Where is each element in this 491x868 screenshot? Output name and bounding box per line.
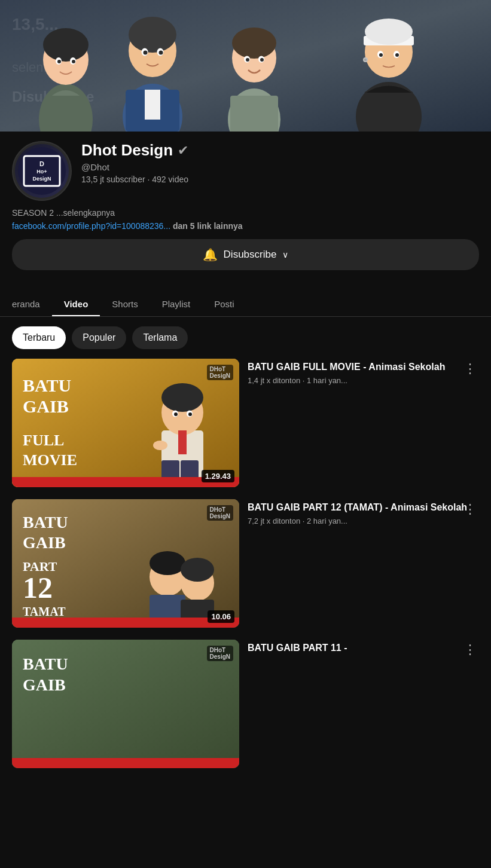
avatar-inner: D Ho+ DesigN bbox=[15, 144, 69, 198]
svg-point-7 bbox=[43, 28, 89, 62]
table-row[interactable]: BATU GAIB FULL MOVIE bbox=[12, 359, 479, 487]
svg-text:MOVIE: MOVIE bbox=[23, 451, 77, 469]
tab-shorts[interactable]: Shorts bbox=[100, 292, 150, 316]
channel-name-row: Dhot Design ✔ bbox=[81, 141, 479, 160]
table-row[interactable]: BATU GAIB DHoTDesigN BATU GAIB PART 11 -… bbox=[12, 640, 479, 768]
table-row[interactable]: BATU GAIB PART 12 TAMAT DHoTDesig bbox=[12, 499, 479, 628]
svg-rect-55 bbox=[178, 430, 187, 454]
svg-point-20 bbox=[159, 51, 163, 55]
banner-art: 13,5... selen... Disubscribe bbox=[0, 0, 491, 132]
video-stats-2: 7,2 jt x ditonton · 2 hari yan... bbox=[248, 516, 479, 525]
svg-point-11 bbox=[72, 60, 75, 63]
tab-posting[interactable]: Posti bbox=[202, 292, 246, 316]
svg-point-35 bbox=[379, 53, 383, 57]
svg-point-70 bbox=[150, 551, 185, 575]
chip-populer[interactable]: Populer bbox=[72, 326, 126, 349]
video-list: BATU GAIB FULL MOVIE bbox=[0, 359, 491, 768]
channel-header: D Ho+ DesigN Dhot Design ✔ @Dhot 13,5 jt… bbox=[12, 141, 479, 201]
tab-beranda[interactable]: eranda bbox=[0, 292, 52, 316]
channel-info-section: D Ho+ DesigN Dhot Design ✔ @Dhot 13,5 jt… bbox=[0, 132, 491, 292]
video-meta-2: BATU GAIB PART 12 (TAMAT) - Animasi Seko… bbox=[248, 499, 479, 628]
disubscribe-label: Disubscribe bbox=[224, 249, 277, 261]
video-more-button-1[interactable]: ⋮ bbox=[461, 359, 479, 379]
tab-playlist[interactable]: Playlist bbox=[150, 292, 203, 316]
chip-terlama[interactable]: Terlama bbox=[132, 326, 188, 349]
svg-point-14 bbox=[129, 17, 176, 53]
channel-watermark-3: DHoTDesigN bbox=[207, 646, 233, 661]
disubscribe-button[interactable]: 🔔 Disubscribe ∨ bbox=[12, 239, 479, 270]
channel-watermark-2: DHoTDesigN bbox=[207, 505, 233, 521]
video-thumbnail-1: BATU GAIB FULL MOVIE bbox=[12, 359, 239, 487]
channel-tabs: eranda Video Shorts Playlist Posti bbox=[0, 292, 491, 317]
svg-point-59 bbox=[188, 412, 192, 416]
filter-chips-bar: Terbaru Populer Terlama bbox=[0, 317, 491, 359]
thumbnail-art-2: BATU GAIB PART 12 TAMAT bbox=[12, 499, 239, 628]
svg-rect-24 bbox=[230, 96, 278, 132]
svg-text:FULL: FULL bbox=[23, 432, 64, 449]
svg-text:BATU: BATU bbox=[23, 655, 68, 673]
svg-point-19 bbox=[144, 51, 148, 55]
svg-text:13,5...: 13,5... bbox=[12, 15, 59, 33]
svg-rect-16 bbox=[145, 90, 160, 120]
channel-handle: @Dhot bbox=[81, 162, 479, 172]
svg-point-28 bbox=[260, 58, 264, 62]
channel-name: Dhot Design bbox=[81, 141, 173, 160]
channel-banner: 13,5... selen... Disubscribe bbox=[0, 0, 491, 132]
svg-text:GAIB: GAIB bbox=[23, 676, 66, 694]
chip-terbaru[interactable]: Terbaru bbox=[12, 326, 66, 349]
svg-text:BATU: BATU bbox=[23, 513, 68, 531]
video-title-3: BATU GAIB PART 11 - bbox=[248, 642, 479, 655]
video-thumbnail-3: BATU GAIB DHoTDesigN bbox=[12, 640, 239, 768]
svg-text:D: D bbox=[39, 160, 44, 167]
svg-text:DesigN: DesigN bbox=[32, 176, 51, 182]
svg-point-60 bbox=[153, 441, 167, 450]
svg-text:12: 12 bbox=[23, 571, 53, 604]
svg-rect-80 bbox=[12, 758, 239, 768]
svg-point-23 bbox=[232, 27, 276, 59]
tab-video[interactable]: Video bbox=[52, 292, 100, 316]
channel-watermark-1: DHoTDesigN bbox=[207, 365, 233, 380]
avatar-logo-svg: D Ho+ DesigN bbox=[18, 147, 66, 195]
chevron-down-icon: ∨ bbox=[282, 250, 288, 259]
svg-point-54 bbox=[161, 383, 203, 412]
video-thumbnail-2: BATU GAIB PART 12 TAMAT DHoTDesig bbox=[12, 499, 239, 628]
svg-text:BATU: BATU bbox=[23, 375, 71, 395]
channel-links: facebook.com/profile.php?id=100088236...… bbox=[12, 221, 479, 231]
svg-point-27 bbox=[246, 58, 249, 62]
thumbnail-art-1: BATU GAIB FULL MOVIE bbox=[12, 359, 239, 487]
svg-point-10 bbox=[57, 60, 61, 63]
channel-stats: 13,5 jt subscriber · 492 video bbox=[81, 175, 479, 184]
avatar[interactable]: D Ho+ DesigN bbox=[12, 141, 72, 201]
svg-text:GAIB: GAIB bbox=[23, 533, 66, 552]
video-meta-1: BATU GAIB FULL MOVIE - Animasi Sekolah 1… bbox=[248, 359, 479, 487]
svg-text:GAIB: GAIB bbox=[23, 396, 69, 416]
svg-point-73 bbox=[181, 558, 214, 582]
verified-badge-icon: ✔ bbox=[178, 143, 188, 158]
svg-point-38 bbox=[364, 59, 367, 61]
video-title-1: BATU GAIB FULL MOVIE - Animasi Sekolah bbox=[248, 361, 479, 374]
duration-badge-1: 1.29.43 bbox=[202, 470, 234, 482]
banner-overlay: 13,5... selen... Disubscribe bbox=[0, 0, 491, 132]
video-meta-3: BATU GAIB PART 11 - ⋮ bbox=[248, 640, 479, 768]
channel-description[interactable]: SEASON 2 ...selengkapnya bbox=[12, 208, 479, 218]
svg-rect-75 bbox=[12, 618, 239, 628]
facebook-link[interactable]: facebook.com/profile.php?id=100088236... bbox=[12, 221, 170, 231]
video-stats-1: 1,4 jt x ditonton · 1 hari yan... bbox=[248, 376, 479, 385]
thumbnail-art-3: BATU GAIB bbox=[12, 640, 239, 768]
video-title-2: BATU GAIB PART 12 (TAMAT) - Animasi Seko… bbox=[248, 502, 479, 514]
bell-icon: 🔔 bbox=[203, 247, 218, 262]
svg-text:Ho+: Ho+ bbox=[36, 169, 47, 175]
svg-text:TAMAT: TAMAT bbox=[23, 605, 66, 618]
svg-point-58 bbox=[174, 412, 178, 416]
channel-text-block: Dhot Design ✔ @Dhot 13,5 jt subscriber ·… bbox=[81, 141, 479, 184]
video-more-button-2[interactable]: ⋮ bbox=[461, 499, 479, 519]
duration-badge-2: 10.06 bbox=[208, 610, 234, 623]
more-links-text[interactable]: dan 5 link lainnya bbox=[173, 221, 243, 231]
svg-point-36 bbox=[395, 53, 399, 57]
svg-point-32 bbox=[365, 19, 413, 45]
video-more-button-3[interactable]: ⋮ bbox=[461, 640, 479, 660]
